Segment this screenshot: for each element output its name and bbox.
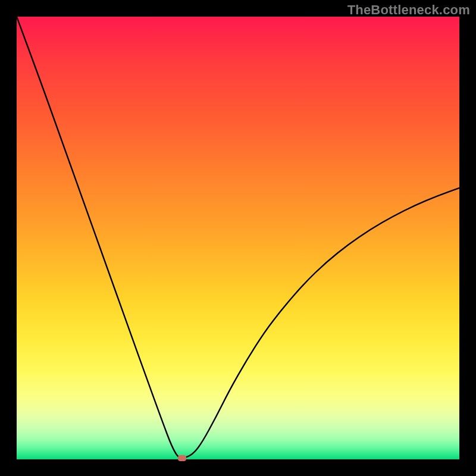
bottleneck-curve bbox=[17, 17, 459, 459]
watermark-text: TheBottleneck.com bbox=[347, 2, 470, 18]
valley-marker bbox=[178, 455, 186, 461]
chart-frame: TheBottleneck.com bbox=[0, 0, 476, 476]
plot-area bbox=[17, 17, 459, 459]
